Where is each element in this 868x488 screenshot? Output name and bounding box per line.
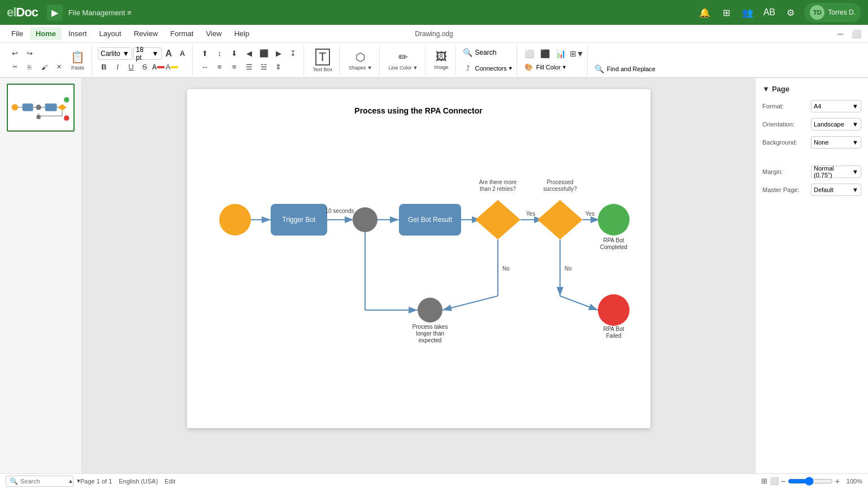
copy-icon[interactable]: ⎘ <box>23 61 36 73</box>
master-page-select[interactable]: Default ▼ <box>811 184 861 196</box>
connectors-arrow[interactable]: ▼ <box>508 66 513 71</box>
section-collapse-icon[interactable]: ▼ <box>762 85 770 93</box>
start-node[interactable] <box>219 204 251 236</box>
zoom-fit-icon[interactable]: ⊞ <box>761 477 767 485</box>
svg-text:RPA Bot: RPA Bot <box>603 237 624 243</box>
grid-icon[interactable]: ⊞ <box>718 5 734 20</box>
bold-button[interactable]: B <box>98 61 110 73</box>
zoom-level[interactable]: 100% <box>842 478 862 485</box>
menu-home[interactable]: Home <box>30 27 62 40</box>
align-bottom-button[interactable]: ⬇ <box>228 47 241 60</box>
font-color-button[interactable]: A <box>152 61 164 73</box>
menu-format[interactable]: Format <box>164 27 199 40</box>
search-button[interactable]: Search <box>475 49 497 56</box>
list-outdent-button[interactable]: ≡ <box>228 61 241 73</box>
edit-mode-label[interactable]: Edit <box>164 478 175 485</box>
find-replace-button[interactable]: Find and Replace <box>607 66 656 72</box>
highlight-button[interactable]: A <box>166 61 178 73</box>
fill-shape2-icon[interactable]: ⬛ <box>539 47 552 60</box>
diamond2-node[interactable] <box>537 200 583 239</box>
list-indent-button[interactable]: ≡ <box>213 61 227 73</box>
status-search-input[interactable] <box>20 478 66 485</box>
para-spacing-button[interactable]: ⇕ <box>272 61 285 73</box>
wait-node[interactable] <box>353 207 377 232</box>
status-search-nav-up[interactable]: ▲ <box>68 478 73 484</box>
fill-color-button[interactable]: Fill Color <box>536 64 561 71</box>
italic-button[interactable]: I <box>111 61 124 73</box>
rpa-failed-node[interactable] <box>598 294 630 326</box>
textbox-button[interactable]: T Text Box <box>310 46 336 75</box>
ribbon-group-search: 🔍 Search ⤴ Connectors ▼ <box>458 45 517 76</box>
page-thumbnail[interactable] <box>7 84 75 132</box>
paste-button[interactable]: 📋 Paste <box>67 46 88 75</box>
zoom-slider[interactable] <box>788 477 833 486</box>
numbering-button[interactable]: ☱ <box>257 61 271 73</box>
background-select-arrow: ▼ <box>852 139 858 146</box>
align-left-button[interactable]: ◀ <box>242 47 256 60</box>
users-icon[interactable]: 👥 <box>740 5 756 20</box>
ab-icon[interactable]: AB <box>761 5 777 20</box>
svg-text:Trigger Bot: Trigger Bot <box>282 216 316 224</box>
notification-icon[interactable]: 🔔 <box>697 5 713 20</box>
image-button[interactable]: 🖼 Image <box>431 46 452 75</box>
format-select[interactable]: A4 ▼ <box>811 100 861 112</box>
char-spacing-button[interactable]: ↔ <box>198 61 212 73</box>
search-icon: 🔍 <box>462 46 474 59</box>
undo-button[interactable]: ↩ <box>8 47 21 60</box>
rpa-completed-node[interactable] <box>598 204 630 236</box>
status-right: ⊞ ⬜ − + 100% <box>761 477 862 486</box>
align-middle-button[interactable]: ↕ <box>213 47 227 60</box>
process-longer-node[interactable] <box>418 298 442 323</box>
background-select[interactable]: None ▼ <box>811 136 861 149</box>
zoom-page-icon[interactable]: ⬜ <box>770 477 779 485</box>
bar-chart-icon[interactable]: 📊 <box>554 47 568 60</box>
font-size-selector[interactable]: 18 pt ▼ <box>133 47 162 60</box>
font-shrink-button[interactable]: A <box>176 47 189 60</box>
nav-button[interactable]: ▶ <box>47 5 63 20</box>
align-top-button[interactable]: ⬆ <box>198 47 212 60</box>
menu-insert[interactable]: Insert <box>63 27 93 40</box>
text-direction-button[interactable]: ↧ <box>287 47 300 60</box>
margin-select-arrow: ▼ <box>852 168 858 175</box>
menu-view[interactable]: View <box>200 27 227 40</box>
menu-help[interactable]: Help <box>228 27 255 40</box>
strikethrough-button[interactable]: S <box>138 61 151 73</box>
menu-review[interactable]: Review <box>128 27 164 40</box>
zoom-out-button[interactable]: − <box>781 477 785 486</box>
format-paint-icon[interactable]: 🖌 <box>37 61 51 73</box>
underline-button[interactable]: U <box>125 61 137 73</box>
align-center-button[interactable]: ⬛ <box>257 47 271 60</box>
clear-icon[interactable]: ✕ <box>52 61 66 73</box>
maximize-icon[interactable]: ⬜ <box>850 28 862 40</box>
canvas-area[interactable]: Process using the RPA Connector <box>82 78 755 473</box>
fill-color-arrow[interactable]: ▼ <box>562 64 567 70</box>
zoom-controls: ⊞ ⬜ − + 100% <box>761 477 862 486</box>
line-color-button[interactable]: ✏ Line Color ▼ <box>385 46 422 75</box>
drawing-page: Process using the RPA Connector <box>187 89 650 428</box>
table-icon[interactable]: ⊞▼ <box>570 47 584 60</box>
margin-select[interactable]: Normal (0.75") ▼ <box>811 165 861 178</box>
fill-shape-icon[interactable]: ⬜ <box>523 47 536 60</box>
svg-line-45 <box>442 296 498 310</box>
orientation-select[interactable]: Landscape ▼ <box>811 118 861 130</box>
redo-button[interactable]: ↪ <box>23 47 36 60</box>
ribbon-group-align: ⬆ ↕ ⬇ ◀ ⬛ ▶ ↧ ↔ ≡ ≡ ☰ ☱ ⇕ <box>195 45 304 76</box>
cut-button[interactable]: ✂ <box>8 61 21 73</box>
bullets-button[interactable]: ☰ <box>242 61 256 73</box>
menu-layout[interactable]: Layout <box>94 27 127 40</box>
font-grow-button[interactable]: A <box>163 47 175 60</box>
user-badge[interactable]: TD Torres D. <box>804 3 861 22</box>
align-right-button[interactable]: ▶ <box>272 47 285 60</box>
menu-file[interactable]: File <box>6 27 29 40</box>
minimize-icon[interactable]: ─ <box>834 28 847 40</box>
diamond1-node[interactable] <box>475 200 520 239</box>
shapes-button[interactable]: ⬡ Shapes ▼ <box>345 46 375 75</box>
app-logo[interactable]: elDoc <box>7 5 38 20</box>
connectors-button[interactable]: Connectors <box>475 65 507 72</box>
settings-icon[interactable]: ⚙ <box>783 5 798 20</box>
zoom-in-button[interactable]: + <box>835 477 840 486</box>
svg-point-15 <box>64 115 70 121</box>
font-name-selector[interactable]: Carlito ▼ <box>98 47 132 60</box>
page-info: Page 1 of 1 <box>80 478 112 485</box>
connectors-icon: ⤴ <box>462 62 474 75</box>
